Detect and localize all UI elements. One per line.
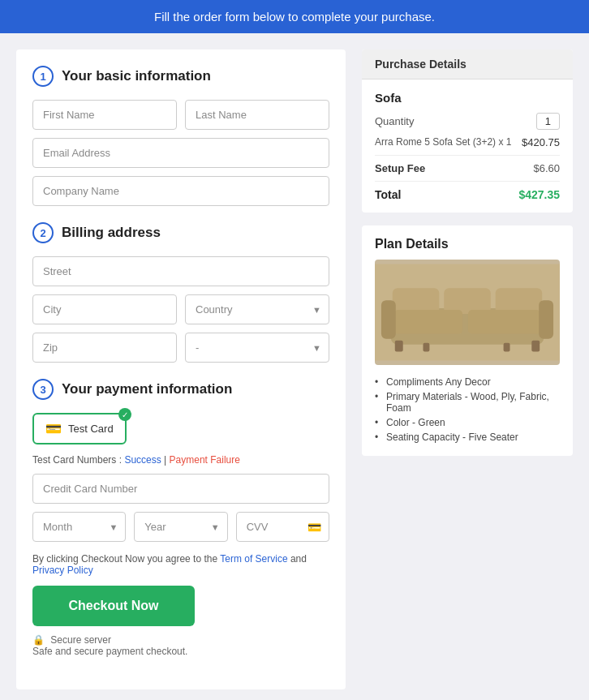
- company-input[interactable]: [32, 176, 329, 206]
- success-link[interactable]: Success: [124, 454, 161, 466]
- zip-state-row: - ▼: [32, 333, 329, 363]
- setup-fee-value: $6.60: [533, 162, 560, 174]
- last-name-input[interactable]: [185, 100, 329, 130]
- expiry-cvv-row: Month 010203 040506 070809 101112 ▼ Year…: [32, 512, 329, 542]
- product-price-row: Arra Rome 5 Sofa Set (3+2) x 1 $420.75: [375, 136, 560, 148]
- svg-rect-9: [395, 341, 403, 352]
- email-input[interactable]: [32, 138, 329, 168]
- first-name-field: [32, 100, 177, 130]
- product-desc: Arra Rome 5 Sofa Set (3+2) x 1: [375, 136, 514, 148]
- setup-fee-row: Setup Fee $6.60: [375, 162, 560, 174]
- first-name-input[interactable]: [32, 100, 177, 130]
- divider: [375, 155, 560, 156]
- main-content: 1 Your basic information: [0, 33, 589, 700]
- city-input[interactable]: [32, 294, 177, 324]
- email-row: [32, 138, 329, 168]
- plan-feature-item: Seating Capacity - Five Seater: [375, 430, 560, 444]
- terms-middle: and: [290, 553, 307, 565]
- secure-server-line: 🔒 Secure server: [32, 634, 329, 646]
- month-select[interactable]: Month 010203 040506 070809 101112: [32, 512, 126, 542]
- svg-rect-8: [539, 300, 553, 339]
- terms-text: By clicking Checkout Now you agree to th…: [32, 553, 329, 576]
- year-select[interactable]: Year 202420252026 202720282029: [134, 512, 227, 542]
- cvv-card-icon: 💳: [307, 521, 321, 534]
- secure-label: Secure server: [50, 634, 111, 646]
- credit-card-row: [32, 474, 329, 504]
- test-card-info: Test Card Numbers : Success | Payment Fa…: [32, 454, 329, 466]
- company-row: [32, 176, 329, 206]
- card-check-icon: ✓: [118, 408, 131, 421]
- test-card-prefix: Test Card Numbers :: [32, 454, 124, 466]
- country-select[interactable]: Country United States United Kingdom Ind…: [185, 294, 329, 324]
- quantity-row: Quantity 1: [375, 113, 560, 130]
- privacy-policy-link[interactable]: Privacy Policy: [32, 565, 93, 576]
- section1-title: 1 Your basic information: [32, 66, 329, 87]
- zip-field: [32, 333, 177, 363]
- city-field: [32, 294, 177, 324]
- card-option[interactable]: 💳 Test Card ✓: [32, 413, 127, 444]
- card-label: Test Card: [68, 423, 114, 435]
- street-row: [32, 256, 329, 286]
- state-select[interactable]: -: [185, 333, 329, 363]
- plan-title: Plan Details: [375, 237, 560, 251]
- section2-label: Billing address: [62, 225, 161, 241]
- section1-number: 1: [32, 66, 54, 87]
- section-payment: 3 Your payment information 💳 Test Card ✓…: [32, 379, 329, 657]
- company-field: [32, 176, 329, 206]
- page-wrapper: Fill the order form below to complete yo…: [0, 0, 589, 700]
- cvv-field: 💳: [236, 512, 329, 542]
- section3-label: Your payment information: [62, 381, 232, 397]
- svg-rect-7: [381, 300, 396, 339]
- purchase-details-body: Sofa Quantity 1 Arra Rome 5 Sofa Set (3+…: [362, 79, 573, 213]
- city-country-row: Country United States United Kingdom Ind…: [32, 294, 329, 324]
- secure-info: 🔒 Secure server Safe and secure payment …: [32, 634, 329, 657]
- country-field: Country United States United Kingdom Ind…: [185, 294, 329, 324]
- plan-feature-item: Color - Green: [375, 415, 560, 430]
- right-panel: Purchase Details Sofa Quantity 1 Arra Ro…: [362, 49, 573, 689]
- quantity-value: 1: [536, 113, 560, 130]
- section2-number: 2: [32, 222, 54, 243]
- left-panel: 1 Your basic information: [16, 49, 346, 689]
- purchase-details-header: Purchase Details: [362, 49, 573, 79]
- purchase-details-card: Purchase Details Sofa Quantity 1 Arra Ro…: [362, 49, 573, 213]
- product-name: Sofa: [375, 91, 560, 105]
- product-price: $420.75: [522, 136, 560, 148]
- safe-text: Safe and secure payment checkout.: [32, 646, 329, 657]
- section-basic-info: 1 Your basic information: [32, 66, 329, 206]
- state-field: - ▼: [185, 333, 329, 363]
- svg-rect-5: [394, 310, 462, 334]
- credit-card-field: [32, 474, 329, 504]
- plan-feature-item: Compliments Any Decor: [375, 375, 560, 389]
- street-input[interactable]: [32, 256, 329, 286]
- plan-details-card: Plan Details: [362, 225, 573, 456]
- credit-card-input[interactable]: [32, 474, 329, 504]
- checkout-button[interactable]: Checkout Now: [32, 586, 195, 626]
- total-label: Total: [375, 188, 401, 201]
- setup-fee-label: Setup Fee: [375, 162, 425, 174]
- svg-rect-6: [468, 310, 540, 334]
- terms-prefix: By clicking Checkout Now you agree to th…: [32, 553, 220, 565]
- street-field: [32, 256, 329, 286]
- month-field: Month 010203 040506 070809 101112 ▼: [32, 512, 126, 542]
- svg-rect-12: [531, 341, 540, 352]
- year-field: Year 202420252026 202720282029 ▼: [134, 512, 227, 542]
- total-row: Total $427.35: [375, 188, 560, 201]
- section3-title: 3 Your payment information: [32, 379, 329, 400]
- failure-link[interactable]: Payment Failure: [170, 454, 240, 466]
- sofa-image: [375, 260, 560, 365]
- total-value: $427.35: [518, 188, 560, 201]
- zip-input[interactable]: [32, 333, 177, 363]
- section2-title: 2 Billing address: [32, 222, 329, 243]
- quantity-label: Quantity: [375, 115, 414, 127]
- section1-label: Your basic information: [62, 68, 211, 84]
- lock-icon: 🔒: [32, 634, 45, 646]
- svg-rect-10: [423, 343, 429, 352]
- divider2: [375, 181, 560, 182]
- plan-features: Compliments Any DecorPrimary Materials -…: [375, 375, 560, 444]
- card-icon: 💳: [45, 421, 62, 436]
- banner-text: Fill the order form below to complete yo…: [154, 10, 435, 24]
- terms-of-service-link[interactable]: Term of Service: [220, 553, 287, 565]
- section-billing: 2 Billing address Country Unit: [32, 222, 329, 363]
- email-field: [32, 138, 329, 168]
- section3-number: 3: [32, 379, 54, 400]
